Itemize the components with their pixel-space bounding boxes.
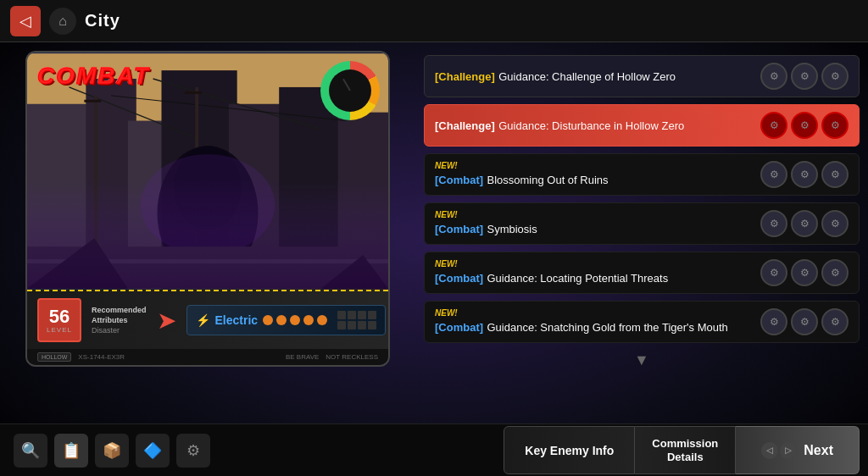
next-label: Next: [804, 443, 833, 458]
mission-item-highlighted[interactable]: [Challenge] Guidance: Disturbance in Hol…: [424, 104, 860, 147]
home-button[interactable]: ⌂: [49, 8, 76, 35]
mission-icon-btn-1[interactable]: ⚙: [760, 161, 787, 188]
arrow-right-icon: ➤: [157, 307, 176, 335]
next-arrows: ◁ ▷: [761, 442, 797, 459]
mission-text: NEW! [Combat] Guidance: Locating Potenti…: [435, 259, 752, 286]
mission-list: [Challenge] Guidance: Challenge of Hollo…: [424, 51, 860, 375]
disaster-label: Disaster: [92, 326, 147, 335]
mission-text: NEW! [Combat] Symbiosis: [435, 210, 752, 237]
be-brave-label: BE BRAVE: [286, 353, 319, 361]
back-button[interactable]: ◁: [10, 6, 41, 36]
dot-2: [276, 315, 287, 325]
electric-icon: ⚡: [196, 313, 210, 327]
mission-icon-btn-1[interactable]: ⚙: [760, 308, 787, 335]
search-icon-btn[interactable]: 🔍: [14, 434, 47, 468]
combat-card: COMBAT 56 LEVEL Recommended Attributes D…: [25, 51, 390, 367]
mission-icons: ⚙ ⚙ ⚙: [760, 112, 849, 139]
mission-title: Guidance: Locating Potential Threats: [487, 272, 669, 285]
mission-icon-btn-2[interactable]: ⚙: [791, 63, 818, 90]
mission-icon-btn-2[interactable]: ⚙: [791, 308, 818, 335]
mission-icons: ⚙ ⚙ ⚙: [760, 210, 849, 237]
mission-icon-btn-1[interactable]: ⚙: [760, 210, 787, 237]
bottom-left-icons: 🔍 📋 📦 🔷 ⚙: [0, 434, 504, 468]
mission-title: Blossoming Out of Ruins: [487, 174, 609, 186]
mission-icon-btn-3[interactable]: ⚙: [821, 161, 849, 188]
mission-text: NEW! [Combat] Blossoming Out of Ruins: [435, 161, 752, 188]
mission-item[interactable]: NEW! [Combat] Symbiosis ⚙ ⚙ ⚙: [424, 202, 860, 245]
dot-3: [290, 315, 300, 325]
mission-icon-btn-1[interactable]: ⚙: [760, 259, 787, 286]
mission-tag: [Combat]: [435, 272, 483, 285]
mission-icon-btn-3[interactable]: ⚙: [821, 308, 849, 335]
dot-5: [317, 315, 327, 325]
recommended-label: Recommended: [92, 306, 147, 314]
combat-logo: COMBAT: [37, 63, 150, 90]
mission-icon-btn-2[interactable]: ⚙: [791, 161, 818, 188]
bottom-actions: Key Enemy Info Commission Details ◁ ▷ Ne…: [504, 426, 868, 474]
mission-item[interactable]: NEW! [Combat] Blossoming Out of Ruins ⚙ …: [424, 153, 860, 196]
back-icon: ◁: [19, 12, 31, 30]
mission-tag: [Combat]: [435, 321, 483, 334]
not-reckless-label: NOT RECKLESS: [326, 353, 378, 361]
commission-line1: Commission: [652, 437, 718, 451]
dot-1: [263, 315, 273, 325]
mission-tag: [Challenge]: [435, 119, 495, 132]
mission-text: NEW! [Combat] Guidance: Snatching Gold f…: [435, 308, 752, 335]
level-number: 56: [49, 307, 70, 326]
mission-icons: ⚙ ⚙ ⚙: [760, 308, 849, 335]
svg-rect-23: [27, 180, 388, 289]
next-button[interactable]: ◁ ▷ Next: [736, 426, 860, 474]
chevron-left-icon: ◁: [761, 442, 778, 459]
mission-icon-btn-3[interactable]: ⚙: [821, 259, 849, 286]
inventory-icon-btn[interactable]: 📦: [95, 434, 129, 468]
missions-icon-btn[interactable]: 📋: [54, 434, 88, 468]
gem-icon-btn[interactable]: 🔷: [136, 434, 170, 468]
card-header: COMBAT: [27, 53, 388, 290]
attributes-label: Attributes: [92, 316, 147, 324]
hollow-tag: HOLLOW: [37, 352, 71, 362]
dot-4: [303, 315, 314, 325]
page-title: City: [85, 11, 120, 30]
mission-item[interactable]: NEW! [Combat] Guidance: Snatching Gold f…: [424, 301, 860, 343]
svg-rect-13: [84, 100, 101, 102]
card-id: XS-1744-EX3R: [78, 353, 125, 361]
card-info-bar: 56 LEVEL Recommended Attributes Disaster…: [27, 290, 388, 349]
mission-tag: [Challenge]: [435, 70, 495, 83]
mission-icon-btn-3[interactable]: ⚙: [821, 63, 849, 90]
mission-icon-btn-3[interactable]: ⚙: [821, 112, 849, 139]
card-bottom-bar: HOLLOW XS-1744-EX3R BE BRAVE NOT RECKLES…: [27, 349, 388, 365]
mission-item[interactable]: NEW! [Combat] Guidance: Locating Potenti…: [424, 252, 860, 294]
mission-item[interactable]: [Challenge] Guidance: Challenge of Hollo…: [424, 55, 860, 97]
top-bar: ◁ ⌂ City: [0, 0, 868, 42]
mission-title: Guidance: Snatching Gold from the Tiger'…: [487, 321, 728, 334]
mission-new-badge: NEW!: [435, 259, 752, 268]
mission-new-badge: NEW!: [435, 161, 752, 170]
mission-icon-btn-3[interactable]: ⚙: [821, 210, 849, 237]
svg-rect-15: [185, 91, 202, 94]
left-panel: COMBAT 56 LEVEL Recommended Attributes D…: [25, 51, 407, 417]
mission-text: [Challenge] Guidance: Challenge of Hollo…: [435, 69, 752, 85]
settings-icon-btn[interactable]: ⚙: [176, 434, 210, 468]
mission-icon-btn-2[interactable]: ⚙: [791, 112, 818, 139]
mission-icon-btn-2[interactable]: ⚙: [791, 210, 818, 237]
mission-title: Guidance: Disturbance in Hollow Zero: [498, 119, 684, 132]
mission-tag: [Combat]: [435, 223, 483, 235]
mission-icon-btn-1[interactable]: ⚙: [760, 63, 787, 90]
level-badge: 56 LEVEL: [37, 298, 81, 342]
gauge-inner: [329, 69, 371, 112]
home-icon: ⌂: [58, 14, 67, 29]
mission-icon-btn-1[interactable]: ⚙: [760, 112, 787, 139]
key-enemy-info-button[interactable]: Key Enemy Info: [504, 426, 635, 474]
chevron-right-icon: ▷: [780, 442, 797, 459]
mission-icons: ⚙ ⚙ ⚙: [760, 259, 849, 286]
commission-details-button[interactable]: Commission Details: [635, 426, 736, 474]
mission-new-badge: NEW!: [435, 210, 752, 219]
mission-icons: ⚙ ⚙ ⚙: [760, 63, 849, 90]
mission-title: Symbiosis: [487, 223, 537, 235]
mission-icon-btn-2[interactable]: ⚙: [791, 259, 818, 286]
mission-title: Guidance: Challenge of Hollow Zero: [498, 70, 676, 83]
grid-pattern: [337, 311, 376, 329]
element-name: Electric: [215, 313, 259, 327]
gauge-circle: [320, 61, 380, 120]
right-panel: [Challenge] Guidance: Challenge of Hollo…: [424, 51, 860, 417]
